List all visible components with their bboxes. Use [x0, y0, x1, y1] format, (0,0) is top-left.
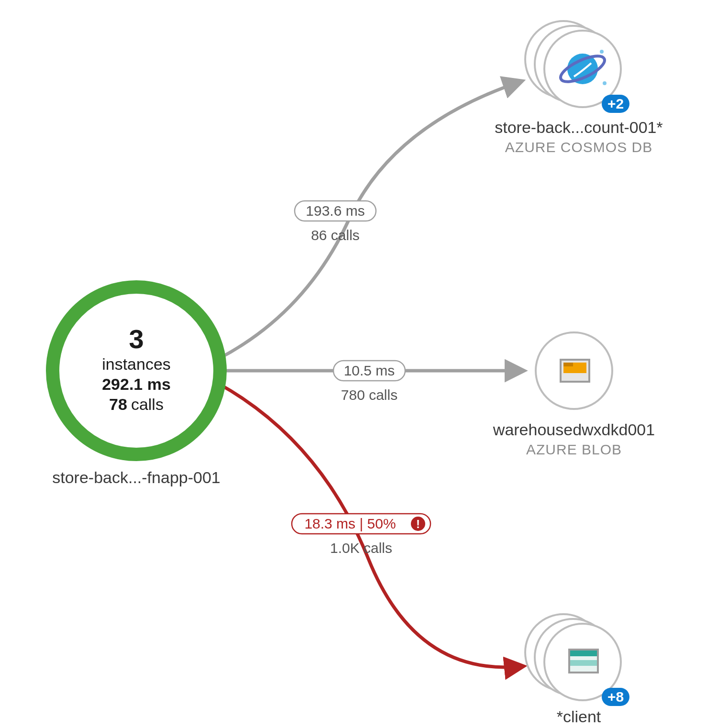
edge-label-storage: 18.3 ms | 50% ! 1.0K calls	[292, 514, 430, 556]
svg-rect-24	[570, 651, 597, 656]
cosmos-title: store-back...count-001*	[495, 118, 663, 136]
blob-sub: AZURE BLOB	[526, 441, 622, 457]
edge-latency-blob: 10.5 ms	[344, 363, 395, 378]
blob-icon	[560, 359, 590, 383]
edge-label-blob: 10.5 ms 780 calls	[333, 361, 405, 403]
svg-text:+8: +8	[607, 689, 624, 705]
svg-point-11	[603, 81, 607, 85]
target-blob[interactable]	[536, 332, 612, 409]
svg-rect-18	[563, 363, 573, 366]
storage-badge: +8	[602, 688, 629, 706]
cosmos-sub: AZURE COSMOS DB	[505, 139, 652, 155]
source-title: store-back...-fnapp-001	[52, 468, 221, 486]
source-instances-value: 3	[129, 324, 143, 354]
cosmos-badge: +2	[602, 95, 629, 113]
edge-latency-cosmos: 193.6 ms	[306, 203, 364, 219]
target-storage[interactable]: +8	[525, 614, 629, 706]
svg-text:+2: +2	[607, 96, 624, 111]
target-cosmos[interactable]: +2	[525, 21, 629, 113]
edge-label-cosmos: 193.6 ms 86 calls	[295, 201, 376, 243]
svg-text:!: !	[416, 518, 420, 530]
source-instances-label: instances	[102, 355, 171, 373]
storage-title: *client	[557, 707, 601, 726]
blob-title: warehousedwxdkd001	[493, 420, 655, 439]
edge-calls-cosmos: 86 calls	[311, 227, 360, 243]
svg-point-10	[600, 50, 604, 54]
storage-icon	[568, 649, 599, 673]
svg-rect-25	[570, 660, 597, 666]
source-node[interactable]: 3 instances 292.1 ms 78calls	[53, 287, 220, 454]
source-calls: 78calls	[109, 395, 164, 413]
edge-calls-blob: 780 calls	[341, 387, 397, 403]
source-latency: 292.1 ms	[102, 375, 171, 393]
edge-calls-storage: 1.0K calls	[330, 540, 392, 556]
edge-latency-storage: 18.3 ms | 50%	[304, 516, 396, 531]
